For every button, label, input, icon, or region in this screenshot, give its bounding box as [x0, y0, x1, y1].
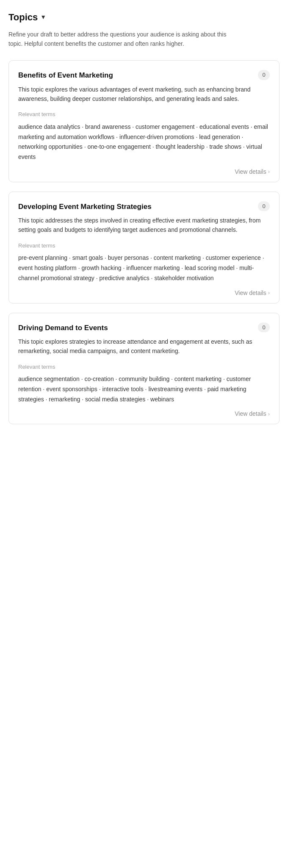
relevant-terms-label: Relevant terms [18, 363, 270, 371]
topic-card-3: Driving Demand to Events 0 This topic ex… [8, 313, 280, 425]
card-badge: 0 [258, 323, 270, 333]
topic-card-1: Benefits of Event Marketing 0 This topic… [8, 60, 280, 182]
card-title: Driving Demand to Events [18, 323, 258, 334]
card-badge: 0 [258, 201, 270, 211]
cards-container: Benefits of Event Marketing 0 This topic… [8, 60, 280, 424]
card-header: Developing Event Marketing Strategies 0 [18, 201, 270, 212]
view-details-button[interactable]: View details › [235, 410, 270, 417]
card-header: Driving Demand to Events 0 [18, 323, 270, 334]
view-details-label: View details [235, 168, 266, 175]
card-description: This topic explores the various advantag… [18, 85, 270, 103]
relevant-terms-label: Relevant terms [18, 242, 270, 250]
header-row: Topics ▼ [8, 10, 280, 24]
card-description: This topic explores strategies to increa… [18, 337, 270, 356]
card-description: This topic addresses the steps involved … [18, 216, 270, 234]
view-details-button[interactable]: View details › [235, 168, 270, 175]
terms-list: audience segmentation · co-creation · co… [18, 374, 270, 404]
view-details-row: View details › [18, 410, 270, 417]
relevant-terms-label: Relevant terms [18, 110, 270, 119]
topic-card-2: Developing Event Marketing Strategies 0 … [8, 192, 280, 303]
chevron-right-icon: › [268, 289, 270, 296]
terms-list: pre-event planning · smart goals · buyer… [18, 253, 270, 283]
card-badge: 0 [258, 70, 270, 80]
chevron-down-icon[interactable]: ▼ [40, 13, 46, 22]
terms-list: audience data analytics · brand awarenes… [18, 122, 270, 162]
card-title: Benefits of Event Marketing [18, 70, 258, 81]
page-title: Topics [8, 10, 38, 24]
view-details-row: View details › [18, 289, 270, 296]
view-details-row: View details › [18, 168, 270, 175]
page-subtitle: Refine your draft to better address the … [8, 30, 229, 48]
chevron-right-icon: › [268, 411, 270, 417]
chevron-right-icon: › [268, 168, 270, 175]
view-details-label: View details [235, 410, 266, 417]
card-title: Developing Event Marketing Strategies [18, 201, 258, 212]
card-header: Benefits of Event Marketing 0 [18, 70, 270, 81]
view-details-label: View details [235, 289, 266, 296]
view-details-button[interactable]: View details › [235, 289, 270, 296]
